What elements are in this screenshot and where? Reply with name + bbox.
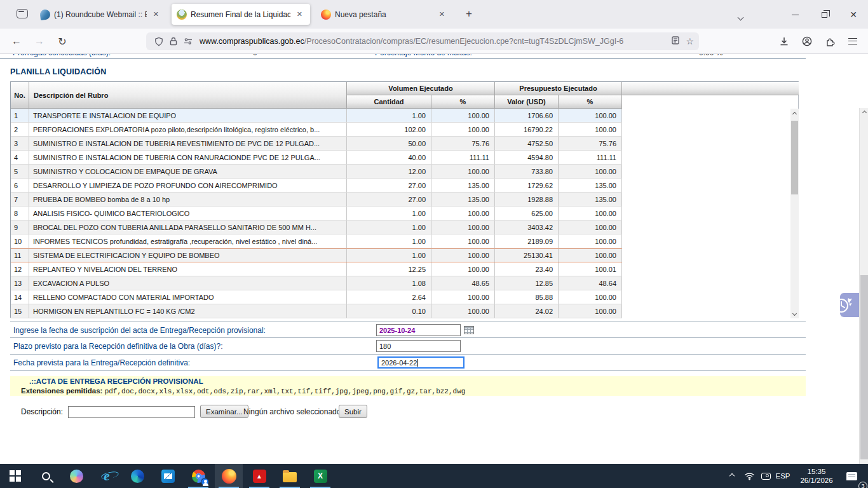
table-scroll-up-icon[interactable]	[790, 109, 799, 119]
downloads-icon[interactable]	[776, 35, 792, 48]
copilot-icon	[70, 470, 83, 483]
plazo-dias-input[interactable]: 180	[376, 340, 461, 352]
list-all-tabs-chevron-icon[interactable]	[738, 11, 743, 22]
search-icon	[42, 472, 50, 480]
table-row: 15 HORMIGON EN REPLANTILLO FC = 140 KG /…	[11, 304, 622, 318]
url-text[interactable]: www.compraspublicas.gob.ec/ProcesoContra…	[200, 37, 668, 46]
taskbar-file-explorer-button[interactable]	[276, 464, 304, 488]
cell-no: 13	[11, 276, 29, 290]
cell-descripcion: SUMINISTRO E INSTALACION DE TUBERIA REVE…	[29, 137, 347, 150]
form-row-plazo-dias: Plazo previsto para la Recepción definit…	[10, 338, 806, 355]
tab-roundcube[interactable]: (1) Roundcube Webmail :: Entra ✕	[35, 4, 166, 25]
reader-mode-icon[interactable]	[672, 36, 679, 47]
taskbar-copilot-button[interactable]	[62, 464, 90, 488]
calendar-icon[interactable]	[464, 326, 474, 334]
tab-close-icon[interactable]: ✕	[294, 9, 305, 20]
cell-no: 1	[11, 109, 29, 122]
page-scrollbar-thumb[interactable]	[860, 275, 868, 459]
clock-date[interactable]: 15:35 26/1/2026	[794, 464, 839, 488]
cell-no: 8	[11, 207, 29, 220]
permissions-icon[interactable]	[184, 37, 193, 45]
tab-close-icon[interactable]: ✕	[151, 9, 161, 20]
browse-file-button[interactable]: Examinar...	[200, 405, 248, 418]
cell-pct-volumen: 100.00	[431, 234, 495, 248]
new-tab-button[interactable]: +	[466, 8, 472, 20]
taskbar-excel-button[interactable]: X	[306, 464, 334, 488]
tray-show-hidden-icons-chevron[interactable]	[724, 464, 740, 488]
porcentaje-multas-value: 0.00 %	[699, 54, 722, 57]
shield-icon[interactable]	[154, 37, 163, 46]
text-caret	[417, 359, 418, 367]
cell-pct-volumen: 100.00	[431, 290, 495, 304]
taskbar-search-button[interactable]	[32, 464, 60, 488]
forward-button[interactable]: →	[31, 34, 48, 49]
cell-pct-presupuesto: 100.00	[559, 304, 622, 318]
lock-icon[interactable]	[170, 37, 177, 46]
window-minimize-button[interactable]	[785, 8, 804, 22]
start-button[interactable]	[1, 464, 29, 488]
taskbar-internet-explorer-button[interactable]: e	[93, 464, 121, 488]
roundcube-favicon-icon	[39, 8, 51, 20]
notification-center-button[interactable]: 3	[840, 464, 863, 488]
table-scroll-down-icon[interactable]	[790, 308, 799, 318]
cell-pct-presupuesto: 100.00	[559, 234, 622, 248]
window-restore-button[interactable]	[815, 8, 834, 22]
floating-clock-widget[interactable]	[827, 289, 858, 320]
taskbar-edge-button[interactable]	[123, 464, 151, 488]
taskbar-outlook-button[interactable]	[154, 464, 182, 488]
taskbar-chrome-button[interactable]	[184, 464, 212, 488]
fecha-provisional-input[interactable]: 2025-10-24	[376, 324, 461, 336]
cell-pct-presupuesto: 100.00	[559, 109, 622, 122]
meet-now-icon[interactable]	[757, 464, 774, 488]
cell-cantidad: 12.00	[347, 165, 431, 178]
prorrogas-value: 0	[253, 54, 257, 57]
plazo-dias-label: Plazo previsto para la Recepción definit…	[13, 342, 223, 351]
bookmark-star-icon[interactable]: ☆	[686, 36, 694, 46]
cell-cantidad: 102.00	[347, 123, 431, 136]
cell-no: 2	[11, 123, 29, 136]
no-file-selected-text: Ningún archivo seleccionado.	[243, 407, 343, 416]
firefox-view-icon[interactable]	[17, 9, 28, 18]
taskbar-firefox-button[interactable]	[215, 464, 243, 488]
back-button[interactable]: ←	[8, 34, 25, 49]
table-scrollbar-thumb[interactable]	[791, 121, 798, 194]
page-scroll-up-icon[interactable]	[860, 108, 868, 118]
language-indicator[interactable]: ESP	[773, 464, 793, 488]
tray-date: 26/1/2026	[800, 476, 832, 485]
cell-pct-volumen: 100.00	[431, 109, 495, 122]
reload-button[interactable]: ↻	[53, 34, 71, 49]
fecha-definitiva-input[interactable]: 2026-04-22	[377, 356, 465, 369]
wifi-icon[interactable]	[741, 464, 757, 488]
tab-title: Resumen Final de la Liquidación	[191, 10, 290, 19]
cell-cantidad: 1.00	[347, 109, 431, 122]
table-scrollbar[interactable]	[790, 109, 799, 318]
column-header-pct-volumen: %	[431, 95, 495, 109]
tab-resumen-liquidacion[interactable]: Resumen Final de la Liquidación ✕	[172, 4, 310, 25]
menu-hamburger-icon[interactable]	[845, 35, 860, 48]
account-icon[interactable]	[799, 35, 815, 48]
column-header-cantidad: Cantidad	[347, 95, 431, 109]
table-row: 1 TRANSPORTE E INSTALACION DE EQUIPO 1.0…	[11, 109, 622, 123]
cell-valor-usd: 4752.50	[495, 137, 559, 150]
url-bar[interactable]: www.compraspublicas.gob.ec/ProcesoContra…	[146, 32, 699, 50]
taskbar-acrobat-button[interactable]: ▲	[245, 464, 273, 488]
column-header-pct-presupuesto: %	[559, 95, 622, 109]
descripcion-input[interactable]	[68, 406, 195, 418]
cell-pct-presupuesto: 100.00	[559, 220, 622, 234]
cell-descripcion: PRUEBA DE BOMBEO bomba de 8 a 10 hp	[29, 193, 347, 206]
tab-close-icon[interactable]: ✕	[437, 9, 447, 20]
submit-upload-button[interactable]: Subir	[339, 405, 367, 418]
page-scrollbar[interactable]	[859, 108, 868, 488]
windows-logo-icon	[10, 470, 21, 482]
extensions-puzzle-icon[interactable]	[822, 35, 837, 48]
cell-valor-usd: 625.00	[495, 207, 559, 220]
window-close-button[interactable]: ✕	[844, 8, 863, 22]
tab-nueva-pestana[interactable]: Nueva pestaña ✕	[316, 4, 452, 25]
cell-pct-volumen: 100.00	[431, 123, 495, 136]
table-row: 10 INFORMES TECNICOS profundidad, estrat…	[11, 234, 622, 248]
acta-section: .::ACTA DE ENTREGA RECEPCIÓN PROVISIONAL…	[10, 376, 806, 396]
ecuador-crest-favicon-icon	[177, 10, 187, 20]
table-row: 3 SUMINISTRO E INSTALACION DE TUBERIA RE…	[11, 137, 622, 151]
outlook-icon	[161, 470, 175, 483]
cell-pct-presupuesto: 100.00	[559, 249, 622, 262]
